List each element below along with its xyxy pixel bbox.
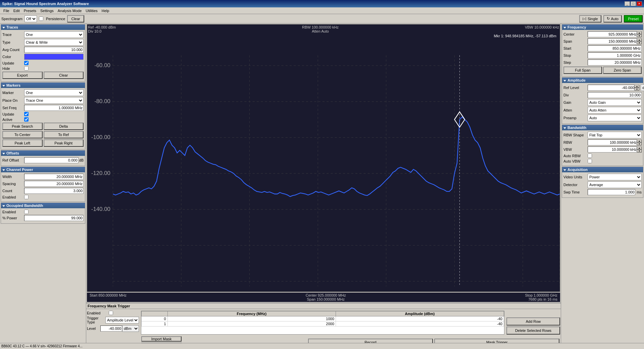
traces-clear-button[interactable]: Clear — [44, 72, 84, 79]
fs-stop-input[interactable]: 1.000000 GHz — [588, 52, 642, 58]
hide-checkbox[interactable] — [24, 66, 29, 71]
menu-edit[interactable]: Edit — [11, 8, 22, 13]
ob-pct-input[interactable]: 99.000 — [24, 215, 84, 221]
fs-step-input[interactable]: 20.000000 MHz — [588, 59, 642, 66]
ref-offset-input[interactable]: 0.000 — [24, 157, 79, 163]
menu-presets[interactable]: Presets — [22, 8, 38, 13]
amp-ref-up[interactable]: ▲ — [635, 85, 639, 88]
ob-enabled-checkbox[interactable] — [24, 210, 29, 214]
fs-start-input[interactable]: 850.000000 MHz — [588, 45, 642, 51]
bw-auto-rbw-checkbox[interactable] — [588, 154, 592, 158]
menu-settings[interactable]: Settings — [38, 8, 56, 13]
active-checkbox[interactable] — [24, 117, 29, 122]
fs-span-up[interactable]: ▲ — [637, 38, 642, 41]
amp-settings-header[interactable]: Amplitude — [562, 78, 643, 83]
offsets-header[interactable]: Offsets — [1, 150, 85, 156]
menu-file[interactable]: File — [1, 8, 11, 13]
occupied-bw-header[interactable]: Occupied Bandwidth — [1, 203, 85, 208]
to-ref-button[interactable]: To Ref — [44, 131, 84, 138]
cp-count-row: Count 3.000 — [2, 188, 84, 194]
bw-vbw-down[interactable]: ▼ — [637, 149, 642, 152]
cp-enabled-checkbox[interactable] — [24, 195, 29, 199]
set-freq-input[interactable]: 1.000000 MHz — [24, 105, 84, 111]
minimize-button[interactable]: _ — [625, 1, 630, 6]
bw-settings-header[interactable]: Bandwidth — [562, 125, 643, 130]
trace-select[interactable]: OneTwoThreeFour — [24, 31, 84, 38]
amp-ref-unit-select[interactable]: dBm — [641, 84, 644, 91]
color-picker[interactable] — [24, 54, 84, 60]
markers-header[interactable]: Markers — [1, 83, 85, 88]
amp-preamp-select[interactable]: AutoOnOff — [588, 115, 642, 121]
amp-ref-down[interactable]: ▼ — [635, 88, 639, 91]
cp-width-input[interactable]: 20.000000 MHz — [24, 174, 84, 180]
bw-rbw-shape-select[interactable]: Flat TopGaussianNuttall — [588, 132, 642, 138]
export-button[interactable]: Export — [2, 72, 43, 79]
bw-rbw-down[interactable]: ▼ — [637, 142, 642, 145]
fs-span-down[interactable]: ▼ — [637, 41, 642, 44]
acq-settings-header[interactable]: Acquisition — [562, 167, 643, 172]
menu-help[interactable]: Help — [100, 8, 111, 13]
place-on-select[interactable]: Trace OneTrace Two — [24, 97, 84, 104]
trigger-type-select[interactable]: Amplitude Level Frequency Mask — [105, 317, 139, 323]
amp-div-row: Div 10.000 — [563, 92, 642, 98]
amp-preamp-row: Preamp AutoOnOff — [563, 115, 642, 121]
amp-ref-level-input[interactable]: -40.000 — [588, 85, 635, 91]
bw-rbw-up[interactable]: ▲ — [637, 139, 642, 142]
preset-button[interactable]: Preset — [624, 15, 643, 23]
delete-rows-button[interactable]: Delete Selected Rows — [506, 326, 560, 335]
bw-vbw-up[interactable]: ▲ — [637, 146, 642, 149]
acq-detector-select[interactable]: AveragePeakMin PeakSample — [588, 181, 642, 188]
close-button[interactable]: ✕ — [637, 1, 642, 6]
full-span-button[interactable]: Full Span — [563, 67, 602, 74]
persistence-checkbox[interactable] — [39, 16, 43, 21]
bw-auto-vbw-checkbox[interactable] — [588, 159, 592, 163]
type-select[interactable]: Clear & WriteMax HoldMin HoldAverage — [24, 39, 84, 46]
cp-spacing-input[interactable]: 20.000000 MHz — [24, 181, 84, 187]
acq-video-units-select[interactable]: PowerVoltageLog — [588, 174, 642, 180]
peak-search-button[interactable]: Peak Search — [2, 123, 43, 130]
bw-vbw-input[interactable]: 10.000000 kHz — [588, 146, 637, 152]
marker-select[interactable]: OneTwoThreeFour — [24, 89, 84, 96]
zero-span-button[interactable]: Zero Span — [603, 67, 642, 74]
freq-settings-section: Frequency Center 925.000000 MHz ▲ ▼ Span — [562, 24, 643, 77]
to-center-button[interactable]: To Center — [2, 131, 43, 138]
update-checkbox[interactable] — [24, 61, 29, 65]
fs-center-up[interactable]: ▲ — [637, 31, 642, 34]
fs-center-input[interactable]: 925.000000 MHz — [588, 31, 637, 37]
fs-span-input[interactable]: 150.000000 MHz — [588, 38, 637, 44]
clear-button[interactable]: Clear — [67, 15, 84, 23]
amp-atten-select[interactable]: Auto Atten0 dB10 dB20 dB — [588, 107, 642, 114]
amp-div-input[interactable]: 10.000 — [588, 92, 642, 98]
maximize-button[interactable]: □ — [631, 1, 636, 6]
level-input[interactable]: -40.000 — [100, 325, 122, 332]
mask-row-1[interactable]: 1 2000 -40 — [142, 321, 504, 326]
freq-settings-header[interactable]: Frequency — [562, 25, 643, 30]
spectrogram-select[interactable]: Off On — [24, 15, 37, 22]
avg-count-label: Avg Count — [2, 48, 24, 52]
traces-header[interactable]: Traces — [1, 25, 85, 30]
cp-count-input[interactable]: 3.000 — [24, 188, 84, 194]
channel-power-header[interactable]: Channel Power — [1, 167, 85, 172]
peak-left-button[interactable]: Peak Left — [2, 139, 43, 147]
import-mask-button[interactable]: Import Mask — [141, 336, 182, 342]
single-button[interactable]: ▷| Single — [579, 15, 601, 23]
vbw-display: VBW 10.000000 kHz — [525, 25, 559, 33]
peak-right-button[interactable]: Peak Right — [44, 139, 84, 147]
amp-gain-select[interactable]: Auto Gain0 dB10 dB20 dB — [588, 99, 642, 106]
mask-row-0[interactable]: 0 1000 -40 — [142, 316, 504, 321]
traces-title: Traces — [6, 25, 18, 29]
delta-button[interactable]: Delta — [44, 123, 84, 130]
menu-analysis-mode[interactable]: Analysis Mode — [56, 8, 84, 13]
acq-swp-time-input[interactable]: 1.000 — [588, 189, 635, 195]
fs-center-down[interactable]: ▼ — [637, 34, 642, 37]
auto-button[interactable]: ↻ Auto — [603, 15, 622, 23]
mask-enabled-checkbox[interactable] — [109, 311, 113, 315]
set-freq-row: Set Freq 1.000000 MHz — [2, 105, 84, 111]
bw-rbw-input[interactable]: 100.000000 kHz — [588, 139, 637, 145]
menu-utilities[interactable]: Utilities — [84, 8, 99, 13]
level-unit-select[interactable]: dBm — [122, 325, 139, 332]
avg-count-input[interactable]: 10.000 — [24, 47, 84, 53]
marker-update-checkbox[interactable] — [24, 112, 29, 116]
add-row-button[interactable]: Add Row — [506, 317, 560, 325]
amp-ref-level-label: Ref Level — [563, 86, 587, 90]
